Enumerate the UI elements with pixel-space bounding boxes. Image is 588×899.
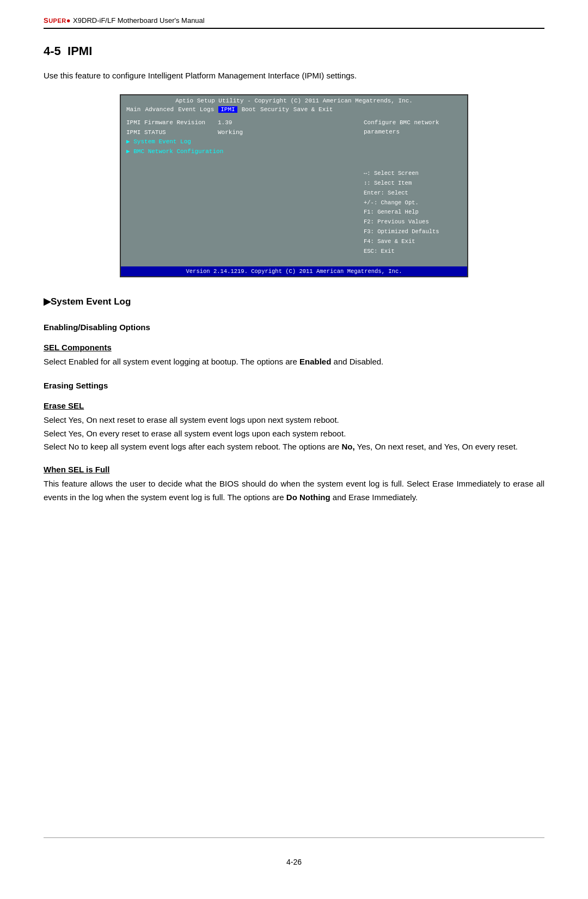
bios-key-2: ↕: Select Item xyxy=(364,179,462,189)
bios-key-1: ↔: Select Screen xyxy=(364,169,462,179)
bios-label-bmc: ▶ BMC Network Configuration xyxy=(126,147,223,157)
bios-menu-main: Main xyxy=(126,106,140,113)
bios-label-sel: ▶ System Event Log xyxy=(126,137,191,147)
sel-components-text2: and Disabled. xyxy=(331,357,383,366)
bios-row-sel: ▶ System Event Log xyxy=(126,137,353,147)
intro-text: Use this feature to configure Intelligen… xyxy=(44,69,544,82)
bios-key-7: F3: Optimized Defaults xyxy=(364,227,462,237)
bios-row-status: IPMI STATUS Working xyxy=(126,128,353,138)
bios-key-8: F4: Save & Exit xyxy=(364,237,462,247)
erase-sel-heading: Erase SEL xyxy=(44,401,544,410)
bios-menu-boot: Boot xyxy=(242,106,256,113)
header-brand: SUPER● xyxy=(44,16,71,25)
erasing-settings-heading: Erasing Settings xyxy=(44,381,544,390)
when-sel-full-heading: When SEL is Full xyxy=(44,465,544,474)
bios-screenshot: Aptio Setup Utility - Copyright (C) 2011… xyxy=(120,94,468,277)
bios-title-bar: Aptio Setup Utility - Copyright (C) 2011… xyxy=(121,95,467,105)
bios-value-status: Working xyxy=(218,128,243,138)
page-number: 4-26 xyxy=(44,858,544,866)
bios-key-4: +/-: Change Opt. xyxy=(364,198,462,208)
sel-components-bold: Enabled xyxy=(299,357,331,366)
system-event-log-heading: ▶System Event Log xyxy=(44,296,544,307)
chapter-number: 4-5 xyxy=(44,44,61,58)
erase-sel-bold: No, xyxy=(342,442,355,451)
bios-key-5: F1: General Help xyxy=(364,208,462,217)
bios-keys: ↔: Select Screen ↕: Select Item Enter: S… xyxy=(364,169,462,257)
bios-menu-security: Security xyxy=(260,106,289,113)
page-divider xyxy=(44,837,544,838)
bios-right-panel: Configure BMC network parameters ↔: Sele… xyxy=(358,114,467,266)
bios-body: IPMI Firmware Revision 1.39 IPMI STATUS … xyxy=(121,114,467,266)
bios-value-firmware: 1.39 xyxy=(218,118,232,128)
bios-help-text: Configure BMC network parameters xyxy=(364,118,462,136)
when-sel-full-text2: and Erase Immediately. xyxy=(330,493,418,502)
sel-heading-text: ▶System Event Log xyxy=(44,296,131,307)
erase-sel-line3: Select No to keep all system event logs … xyxy=(44,442,339,451)
brand-bullet: ● xyxy=(66,16,71,25)
header-model: X9DRD-iF/LF Motherboard User's Manual xyxy=(73,16,205,25)
bios-key-3: Enter: Select xyxy=(364,189,462,198)
bios-footer: Version 2.14.1219. Copyright (C) 2011 Am… xyxy=(121,266,467,276)
enabling-disabling-heading: Enabling/Disabling Options xyxy=(44,323,544,332)
when-sel-full-text: This feature allows the user to decide w… xyxy=(44,477,544,505)
bios-row-bmc: ▶ BMC Network Configuration xyxy=(126,147,353,157)
page: SUPER● X9DRD-iF/LF Motherboard User's Ma… xyxy=(0,0,588,899)
bios-key-6: F2: Previous Values xyxy=(364,217,462,227)
erase-sel-text: Select Yes, On next reset to erase all s… xyxy=(44,414,544,454)
bios-label-firmware: IPMI Firmware Revision xyxy=(126,118,213,128)
bios-menu-bar: Main Advanced Event Logs IPMI Boot Secur… xyxy=(121,105,467,114)
erase-sel-line2: Select Yes, On every reset to erase all … xyxy=(44,429,346,438)
bios-row-firmware: IPMI Firmware Revision 1.39 xyxy=(126,118,353,128)
bios-menu-eventlogs: Event Logs xyxy=(178,106,214,113)
sel-components-text: Select Enabled for all system event logg… xyxy=(44,355,544,369)
bios-menu-ipmi: IPMI xyxy=(218,106,237,113)
bios-menu-advanced: Advanced xyxy=(145,106,174,113)
erase-sel-line1: Select Yes, On next reset to erase all s… xyxy=(44,415,339,424)
bios-key-9: ESC: Exit xyxy=(364,247,462,257)
bios-left-panel: IPMI Firmware Revision 1.39 IPMI STATUS … xyxy=(121,114,358,266)
sel-components-heading: SEL Components xyxy=(44,343,544,352)
sel-components-text1: Select Enabled for all system event logg… xyxy=(44,357,299,366)
when-sel-full-bold: Do Nothing xyxy=(286,493,330,502)
bios-menu-saveexit: Save & Exit xyxy=(293,106,333,113)
header-bar: SUPER● X9DRD-iF/LF Motherboard User's Ma… xyxy=(44,16,544,29)
chapter-title: 4-5 IPMI xyxy=(44,44,544,58)
chapter-name: IPMI xyxy=(68,44,92,58)
bios-label-status: IPMI STATUS xyxy=(126,128,213,138)
erase-sel-line4: Yes, On next reset, and Yes, On every re… xyxy=(355,442,518,451)
brand-super: SUPER xyxy=(44,16,66,25)
